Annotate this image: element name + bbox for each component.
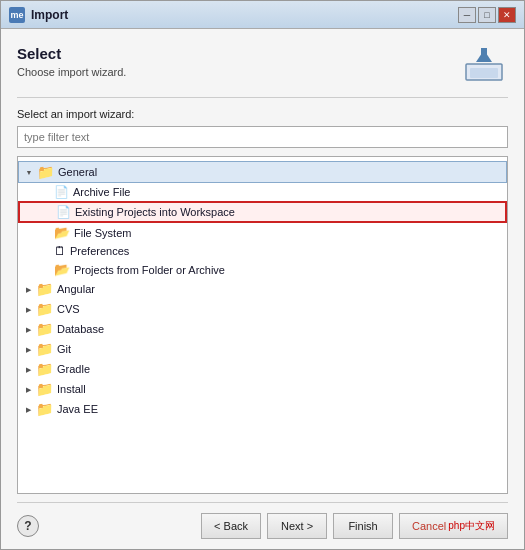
title-bar: me Import ─ □ ✕ <box>1 1 524 29</box>
svg-rect-1 <box>470 68 498 78</box>
tree-item-archive-file[interactable]: 📄 Archive File <box>18 183 507 201</box>
tree-item-database[interactable]: 📁 Database <box>18 319 507 339</box>
file-icon-archive: 📄 <box>54 185 69 199</box>
tree-container: 📁 General 📄 Archive File 📄 Existing Proj… <box>17 156 508 494</box>
window-controls: ─ □ ✕ <box>458 7 516 23</box>
folder-icon-database: 📁 <box>36 321 53 337</box>
tree-item-label: Gradle <box>57 363 90 375</box>
folder-icon-angular: 📁 <box>36 281 53 297</box>
tree-item-preferences[interactable]: 🗒 Preferences <box>18 242 507 260</box>
chevron-right-icon-javaee <box>22 403 34 415</box>
back-button[interactable]: < Back <box>201 513 261 539</box>
filter-input[interactable] <box>17 126 508 148</box>
folder-icon-cvs: 📁 <box>36 301 53 317</box>
chevron-right-icon-cvs <box>22 303 34 315</box>
import-wizard-icon <box>462 46 506 84</box>
dialog-title: Select <box>17 45 126 62</box>
tree-item-label: Projects from Folder or Archive <box>74 264 225 276</box>
tree-item-existing-projects[interactable]: 📄 Existing Projects into Workspace <box>18 201 507 223</box>
chevron-right-icon-gradle <box>22 363 34 375</box>
close-button[interactable]: ✕ <box>498 7 516 23</box>
tree-item-git[interactable]: 📁 Git <box>18 339 507 359</box>
filter-label: Select an import wizard: <box>17 108 508 120</box>
tree-item-angular[interactable]: 📁 Angular <box>18 279 507 299</box>
tree-item-file-system[interactable]: 📂 File System <box>18 223 507 242</box>
tree-item-label: Git <box>57 343 71 355</box>
header-text: Select Choose import wizard. <box>17 45 126 78</box>
folder-icon-general: 📁 <box>37 164 54 180</box>
finish-button[interactable]: Finish <box>333 513 393 539</box>
folder-icon-projects: 📂 <box>54 262 70 277</box>
file-icon-prefs: 🗒 <box>54 244 66 258</box>
tree-item-label: Preferences <box>70 245 129 257</box>
folder-icon-gradle: 📁 <box>36 361 53 377</box>
dialog-subtitle: Choose import wizard. <box>17 66 126 78</box>
tree-item-gradle[interactable]: 📁 Gradle <box>18 359 507 379</box>
tree-item-label: Angular <box>57 283 95 295</box>
tree-item-label: File System <box>74 227 131 239</box>
footer-right: < Back Next > Finish Cancel php中文网 <box>201 513 508 539</box>
tree-item-cvs[interactable]: 📁 CVS <box>18 299 507 319</box>
tree-item-label: Java EE <box>57 403 98 415</box>
chevron-down-icon <box>23 166 35 178</box>
chevron-right-icon-git <box>22 343 34 355</box>
chevron-right-icon-database <box>22 323 34 335</box>
tree-item-label: Existing Projects into Workspace <box>75 206 235 218</box>
help-button[interactable]: ? <box>17 515 39 537</box>
folder-icon-git: 📁 <box>36 341 53 357</box>
maximize-button[interactable]: □ <box>478 7 496 23</box>
tree-item-label: General <box>58 166 97 178</box>
next-button[interactable]: Next > <box>267 513 327 539</box>
folder-icon-filesystem: 📂 <box>54 225 70 240</box>
folder-icon-install: 📁 <box>36 381 53 397</box>
cancel-button[interactable]: Cancel php中文网 <box>399 513 508 539</box>
tree-item-label: Install <box>57 383 86 395</box>
tree-item-projects-folder[interactable]: 📂 Projects from Folder or Archive <box>18 260 507 279</box>
dialog-content: Select Choose import wizard. Select an i… <box>1 29 524 549</box>
chevron-right-icon-install <box>22 383 34 395</box>
footer-left: ? <box>17 515 39 537</box>
cancel-label: Cancel <box>412 520 446 532</box>
header-section: Select Choose import wizard. <box>17 45 508 85</box>
window-title: Import <box>31 8 458 22</box>
chevron-right-icon-angular <box>22 283 34 295</box>
header-icon <box>460 45 508 85</box>
tree-item-label: Archive File <box>73 186 130 198</box>
tree-item-java-ee[interactable]: 📁 Java EE <box>18 399 507 419</box>
watermark: php中文网 <box>448 519 495 533</box>
app-icon: me <box>9 7 25 23</box>
folder-icon-javaee: 📁 <box>36 401 53 417</box>
svg-rect-3 <box>481 48 487 60</box>
tree-item-label: CVS <box>57 303 80 315</box>
minimize-button[interactable]: ─ <box>458 7 476 23</box>
tree-scroll[interactable]: 📁 General 📄 Archive File 📄 Existing Proj… <box>18 157 507 493</box>
tree-item-general[interactable]: 📁 General <box>18 161 507 183</box>
file-icon-existing: 📄 <box>56 205 71 219</box>
import-dialog: me Import ─ □ ✕ Select Choose import wiz… <box>0 0 525 550</box>
footer: ? < Back Next > Finish Cancel php中文网 <box>17 502 508 539</box>
tree-item-label: Database <box>57 323 104 335</box>
tree-item-install[interactable]: 📁 Install <box>18 379 507 399</box>
